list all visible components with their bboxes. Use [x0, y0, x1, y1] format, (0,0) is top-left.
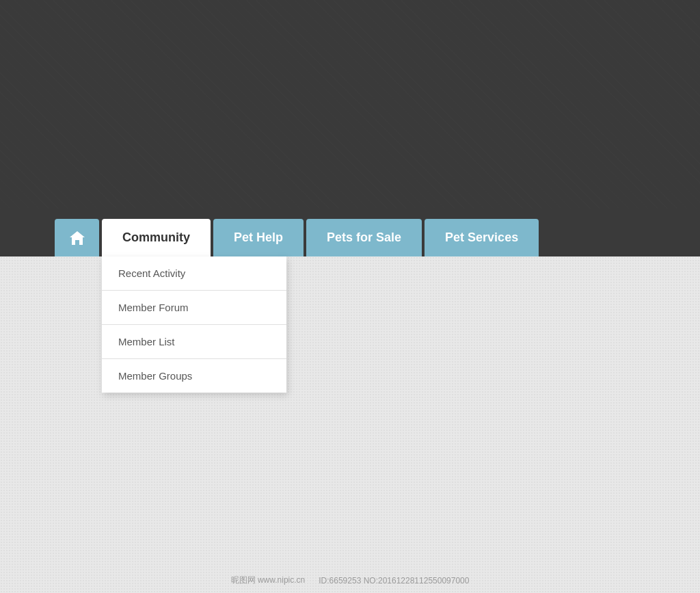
watermark-right: ID:6659253 NO:20161228112550097000: [319, 576, 469, 585]
tab-pet-help[interactable]: Pet Help: [213, 219, 304, 256]
dropdown-item-recent-activity[interactable]: Recent Activity: [102, 256, 286, 291]
tab-pet-services[interactable]: Pet Services: [425, 219, 539, 256]
tab-pet-help-label: Pet Help: [234, 230, 283, 245]
tab-community[interactable]: Community Recent Activity Member Forum M…: [102, 219, 211, 256]
tab-community-label: Community: [122, 230, 190, 245]
nav-bar: Community Recent Activity Member Forum M…: [0, 209, 700, 256]
dropdown-item-member-groups[interactable]: Member Groups: [102, 359, 286, 393]
dark-header: [0, 0, 700, 209]
tab-home[interactable]: [55, 219, 99, 256]
tab-pets-for-sale-label: Pets for Sale: [327, 230, 401, 245]
tab-pet-services-label: Pet Services: [445, 230, 518, 245]
tab-pets-for-sale[interactable]: Pets for Sale: [306, 219, 422, 256]
dropdown-item-member-forum[interactable]: Member Forum: [102, 291, 286, 325]
community-dropdown: Recent Activity Member Forum Member List…: [102, 256, 286, 393]
home-icon: [68, 230, 86, 246]
dropdown-item-member-list[interactable]: Member List: [102, 325, 286, 359]
watermark: 昵图网 www.nipic.cn ID:6659253 NO:201612281…: [231, 575, 470, 586]
watermark-left: 昵图网 www.nipic.cn: [231, 575, 306, 586]
